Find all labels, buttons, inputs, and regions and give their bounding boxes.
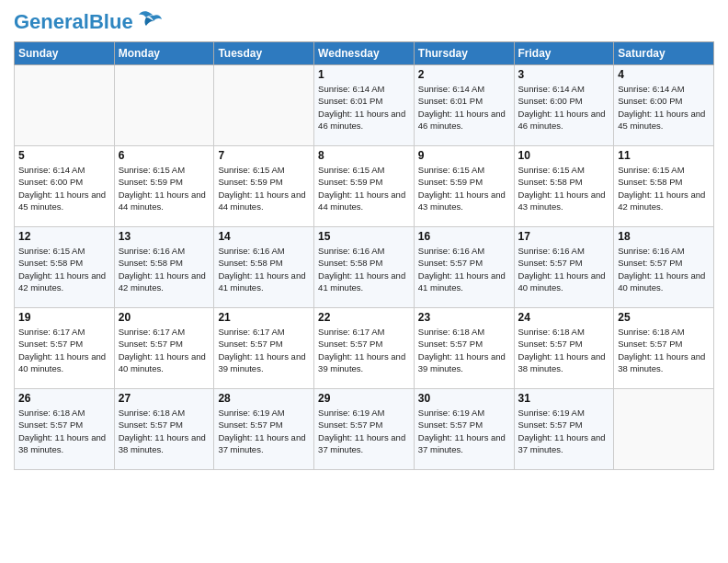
- week-row-1: 1Sunrise: 6:14 AMSunset: 6:01 PMDaylight…: [15, 65, 714, 146]
- day-info: Sunrise: 6:14 AMSunset: 6:00 PMDaylight:…: [518, 83, 610, 132]
- day-info: Sunrise: 6:16 AMSunset: 5:57 PMDaylight:…: [618, 245, 710, 293]
- day-cell: 20Sunrise: 6:17 AMSunset: 5:57 PMDayligh…: [114, 308, 214, 389]
- day-number: 2: [418, 68, 510, 81]
- weekday-header-saturday: Saturday: [614, 42, 714, 65]
- weekday-header-wednesday: Wednesday: [314, 42, 415, 65]
- day-cell: 16Sunrise: 6:16 AMSunset: 5:57 PMDayligh…: [414, 227, 514, 308]
- day-info: Sunrise: 6:18 AMSunset: 5:57 PMDaylight:…: [18, 407, 110, 455]
- day-number: 6: [119, 149, 210, 162]
- day-number: 8: [318, 149, 410, 162]
- day-cell: 23Sunrise: 6:18 AMSunset: 5:57 PMDayligh…: [414, 308, 514, 389]
- day-cell: 13Sunrise: 6:16 AMSunset: 5:58 PMDayligh…: [114, 227, 214, 308]
- day-info: Sunrise: 6:17 AMSunset: 5:57 PMDaylight:…: [18, 326, 110, 374]
- day-info: Sunrise: 6:15 AMSunset: 5:58 PMDaylight:…: [18, 245, 110, 293]
- day-info: Sunrise: 6:16 AMSunset: 5:57 PMDaylight:…: [518, 245, 610, 293]
- day-cell: 17Sunrise: 6:16 AMSunset: 5:57 PMDayligh…: [514, 227, 614, 308]
- week-row-4: 19Sunrise: 6:17 AMSunset: 5:57 PMDayligh…: [15, 308, 714, 389]
- day-cell: 24Sunrise: 6:18 AMSunset: 5:57 PMDayligh…: [514, 308, 614, 389]
- day-number: 27: [119, 392, 210, 405]
- day-cell: 14Sunrise: 6:16 AMSunset: 5:58 PMDayligh…: [214, 227, 314, 308]
- day-cell: 15Sunrise: 6:16 AMSunset: 5:58 PMDayligh…: [314, 227, 415, 308]
- day-number: 26: [18, 392, 110, 405]
- day-info: Sunrise: 6:19 AMSunset: 5:57 PMDaylight:…: [418, 407, 510, 455]
- page-header: GeneralBlue: [14, 9, 714, 34]
- day-cell: 25Sunrise: 6:18 AMSunset: 5:57 PMDayligh…: [614, 308, 714, 389]
- day-number: 18: [618, 230, 710, 243]
- day-cell: 28Sunrise: 6:19 AMSunset: 5:57 PMDayligh…: [214, 389, 314, 470]
- day-number: 11: [618, 149, 710, 162]
- day-number: 4: [618, 68, 710, 81]
- day-number: 10: [518, 149, 610, 162]
- day-cell: [614, 389, 714, 470]
- day-cell: 5Sunrise: 6:14 AMSunset: 6:00 PMDaylight…: [15, 146, 115, 227]
- day-info: Sunrise: 6:17 AMSunset: 5:57 PMDaylight:…: [218, 326, 310, 374]
- day-info: Sunrise: 6:19 AMSunset: 5:57 PMDaylight:…: [218, 407, 310, 455]
- day-info: Sunrise: 6:17 AMSunset: 5:57 PMDaylight:…: [119, 326, 210, 374]
- day-number: 22: [318, 311, 410, 324]
- day-info: Sunrise: 6:18 AMSunset: 5:57 PMDaylight:…: [418, 326, 510, 374]
- week-row-2: 5Sunrise: 6:14 AMSunset: 6:00 PMDaylight…: [15, 146, 714, 227]
- day-cell: [15, 65, 115, 146]
- day-cell: 7Sunrise: 6:15 AMSunset: 5:59 PMDaylight…: [214, 146, 314, 227]
- day-cell: 4Sunrise: 6:14 AMSunset: 6:00 PMDaylight…: [614, 65, 714, 146]
- day-info: Sunrise: 6:14 AMSunset: 6:01 PMDaylight:…: [418, 83, 510, 132]
- day-number: 15: [318, 230, 410, 243]
- day-info: Sunrise: 6:15 AMSunset: 5:59 PMDaylight:…: [119, 164, 210, 213]
- day-info: Sunrise: 6:18 AMSunset: 5:57 PMDaylight:…: [518, 326, 610, 374]
- day-number: 28: [218, 392, 310, 405]
- day-cell: 12Sunrise: 6:15 AMSunset: 5:58 PMDayligh…: [15, 227, 115, 308]
- day-cell: 3Sunrise: 6:14 AMSunset: 6:00 PMDaylight…: [514, 65, 614, 146]
- day-number: 29: [318, 392, 410, 405]
- logo: GeneralBlue: [14, 9, 163, 34]
- day-info: Sunrise: 6:14 AMSunset: 6:00 PMDaylight:…: [18, 164, 110, 213]
- day-info: Sunrise: 6:16 AMSunset: 5:58 PMDaylight:…: [119, 245, 210, 293]
- day-cell: 10Sunrise: 6:15 AMSunset: 5:58 PMDayligh…: [514, 146, 614, 227]
- day-cell: 1Sunrise: 6:14 AMSunset: 6:01 PMDaylight…: [314, 65, 415, 146]
- day-info: Sunrise: 6:15 AMSunset: 5:59 PMDaylight:…: [318, 164, 410, 213]
- logo-blue: Blue: [89, 10, 133, 33]
- day-number: 30: [418, 392, 510, 405]
- day-info: Sunrise: 6:18 AMSunset: 5:57 PMDaylight:…: [618, 326, 710, 374]
- day-number: 14: [218, 230, 310, 243]
- day-number: 13: [119, 230, 210, 243]
- weekday-header-monday: Monday: [114, 42, 214, 65]
- day-number: 25: [618, 311, 710, 324]
- calendar-table: SundayMondayTuesdayWednesdayThursdayFrid…: [14, 41, 714, 470]
- day-number: 1: [318, 68, 410, 81]
- day-cell: 6Sunrise: 6:15 AMSunset: 5:59 PMDaylight…: [114, 146, 214, 227]
- day-info: Sunrise: 6:15 AMSunset: 5:58 PMDaylight:…: [618, 164, 710, 213]
- day-cell: 31Sunrise: 6:19 AMSunset: 5:57 PMDayligh…: [514, 389, 614, 470]
- day-info: Sunrise: 6:18 AMSunset: 5:57 PMDaylight:…: [119, 407, 210, 455]
- day-info: Sunrise: 6:19 AMSunset: 5:57 PMDaylight:…: [318, 407, 410, 455]
- day-info: Sunrise: 6:16 AMSunset: 5:58 PMDaylight:…: [218, 245, 310, 293]
- day-cell: 8Sunrise: 6:15 AMSunset: 5:59 PMDaylight…: [314, 146, 415, 227]
- day-number: 16: [418, 230, 510, 243]
- day-cell: 9Sunrise: 6:15 AMSunset: 5:59 PMDaylight…: [414, 146, 514, 227]
- day-cell: 27Sunrise: 6:18 AMSunset: 5:57 PMDayligh…: [114, 389, 214, 470]
- day-cell: 19Sunrise: 6:17 AMSunset: 5:57 PMDayligh…: [15, 308, 115, 389]
- weekday-header-row: SundayMondayTuesdayWednesdayThursdayFrid…: [15, 42, 714, 65]
- day-cell: 30Sunrise: 6:19 AMSunset: 5:57 PMDayligh…: [414, 389, 514, 470]
- day-cell: 22Sunrise: 6:17 AMSunset: 5:57 PMDayligh…: [314, 308, 415, 389]
- weekday-header-thursday: Thursday: [414, 42, 514, 65]
- day-info: Sunrise: 6:15 AMSunset: 5:59 PMDaylight:…: [418, 164, 510, 213]
- day-cell: [214, 65, 314, 146]
- day-number: 24: [518, 311, 610, 324]
- day-info: Sunrise: 6:19 AMSunset: 5:57 PMDaylight:…: [518, 407, 610, 455]
- day-number: 21: [218, 311, 310, 324]
- day-cell: 21Sunrise: 6:17 AMSunset: 5:57 PMDayligh…: [214, 308, 314, 389]
- day-cell: 18Sunrise: 6:16 AMSunset: 5:57 PMDayligh…: [614, 227, 714, 308]
- day-info: Sunrise: 6:16 AMSunset: 5:57 PMDaylight:…: [418, 245, 510, 293]
- day-number: 19: [18, 311, 110, 324]
- day-number: 5: [18, 149, 110, 162]
- weekday-header-sunday: Sunday: [15, 42, 115, 65]
- day-number: 20: [119, 311, 210, 324]
- week-row-3: 12Sunrise: 6:15 AMSunset: 5:58 PMDayligh…: [15, 227, 714, 308]
- logo-general: General: [14, 10, 89, 33]
- day-cell: 11Sunrise: 6:15 AMSunset: 5:58 PMDayligh…: [614, 146, 714, 227]
- day-cell: 29Sunrise: 6:19 AMSunset: 5:57 PMDayligh…: [314, 389, 415, 470]
- day-number: 23: [418, 311, 510, 324]
- day-number: 3: [518, 68, 610, 81]
- day-number: 12: [18, 230, 110, 243]
- day-number: 7: [218, 149, 310, 162]
